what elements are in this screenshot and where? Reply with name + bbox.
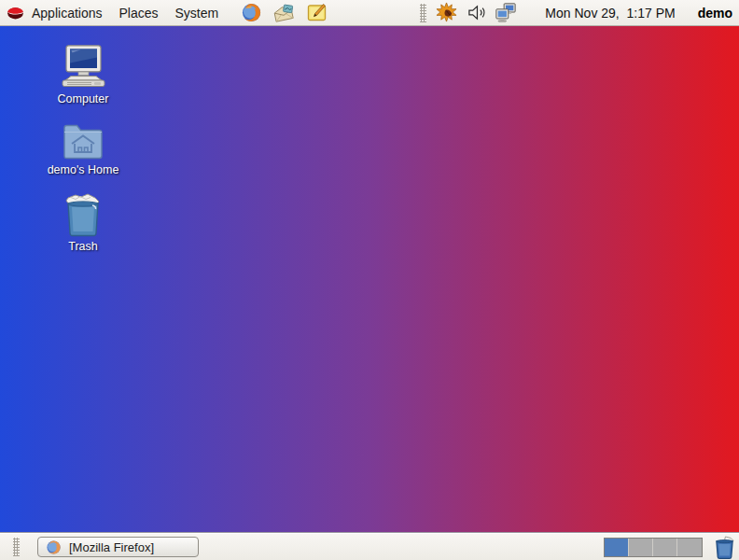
- workspace-cell[interactable]: [653, 539, 677, 556]
- user-switcher-applet[interactable]: demo: [698, 6, 732, 21]
- workspace-cell[interactable]: [629, 539, 653, 556]
- window-list-drag-handle[interactable]: [13, 538, 20, 556]
- note-launcher[interactable]: [305, 2, 328, 24]
- bottom-right-widgets: [604, 535, 739, 559]
- trash-applet-icon: [714, 536, 735, 559]
- bottom-panel: [Mozilla Firefox]: [0, 533, 739, 560]
- desktop: Computer demo's Home: [0, 26, 739, 533]
- clock-applet[interactable]: Mon Nov 29, 1:17 PM: [545, 6, 675, 21]
- top-panel: Applications Places System: [0, 0, 739, 26]
- system-menu[interactable]: System: [167, 0, 228, 26]
- redhat-logo-icon: [6, 2, 25, 24]
- taskbar-button-firefox[interactable]: [Mozilla Firefox]: [37, 537, 199, 557]
- update-alert-icon: [436, 2, 457, 23]
- desktop-icon-label: demo's Home: [48, 163, 119, 176]
- volume-icon: [467, 3, 486, 22]
- network-icon: [495, 2, 517, 23]
- places-menu-label: Places: [119, 6, 159, 21]
- desktop-icon-column: Computer demo's Home: [37, 45, 129, 253]
- firefox-launcher[interactable]: [240, 2, 262, 24]
- desktop-icon-computer[interactable]: Computer: [58, 45, 109, 105]
- network-tray[interactable]: [495, 2, 517, 24]
- note-icon: [306, 2, 328, 23]
- taskbar-button-label: [Mozilla Firefox]: [69, 540, 154, 554]
- email-launcher[interactable]: [272, 2, 295, 24]
- system-menu-label: System: [175, 6, 219, 21]
- firefox-icon: [241, 2, 262, 23]
- applications-menu-label: Applications: [32, 6, 103, 21]
- panel-launchers: [240, 2, 328, 24]
- workspace-switcher: [604, 538, 703, 557]
- email-icon: [272, 3, 295, 23]
- update-alert-tray[interactable]: [435, 2, 457, 24]
- computer-icon: [58, 45, 108, 90]
- desktop-icon-trash[interactable]: Trash: [63, 192, 104, 253]
- desktop-icon-label: Trash: [68, 240, 98, 253]
- trash-applet[interactable]: [713, 535, 735, 559]
- desktop-screen: Applications Places System: [0, 0, 739, 560]
- home-folder-icon: [62, 121, 105, 161]
- applications-menu[interactable]: Applications: [0, 0, 111, 26]
- desktop-icon-home[interactable]: demo's Home: [48, 121, 119, 176]
- firefox-icon: [46, 539, 62, 555]
- places-menu[interactable]: Places: [111, 0, 167, 26]
- volume-tray[interactable]: [465, 2, 487, 24]
- tray-drag-handle[interactable]: [420, 4, 426, 22]
- workspace-cell[interactable]: [605, 539, 629, 556]
- desktop-icon-label: Computer: [58, 92, 109, 105]
- tray-area: Mon Nov 29, 1:17 PM demo: [415, 0, 739, 26]
- trash-icon: [63, 192, 104, 237]
- workspace-cell[interactable]: [677, 539, 702, 556]
